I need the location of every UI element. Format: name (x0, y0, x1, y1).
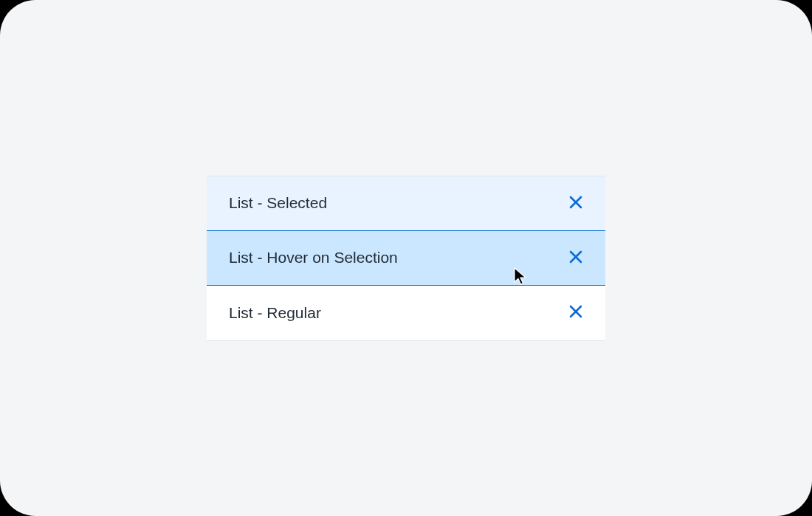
list-item-hover-selected[interactable]: List - Hover on Selection (207, 231, 605, 286)
close-button[interactable] (567, 249, 585, 266)
close-icon (569, 250, 582, 266)
list-item-label: List - Selected (229, 194, 327, 212)
close-button[interactable] (567, 194, 585, 212)
close-icon (569, 196, 582, 211)
list-item-regular[interactable]: List - Regular (207, 286, 605, 340)
list-item-label: List - Regular (229, 304, 321, 322)
close-button[interactable] (567, 304, 585, 322)
list-container: List - Selected List - Hover on Selectio… (207, 176, 605, 341)
close-icon (569, 305, 582, 320)
canvas: List - Selected List - Hover on Selectio… (0, 0, 812, 516)
list-item-selected[interactable]: List - Selected (207, 176, 605, 231)
list-item-label: List - Hover on Selection (229, 249, 398, 266)
